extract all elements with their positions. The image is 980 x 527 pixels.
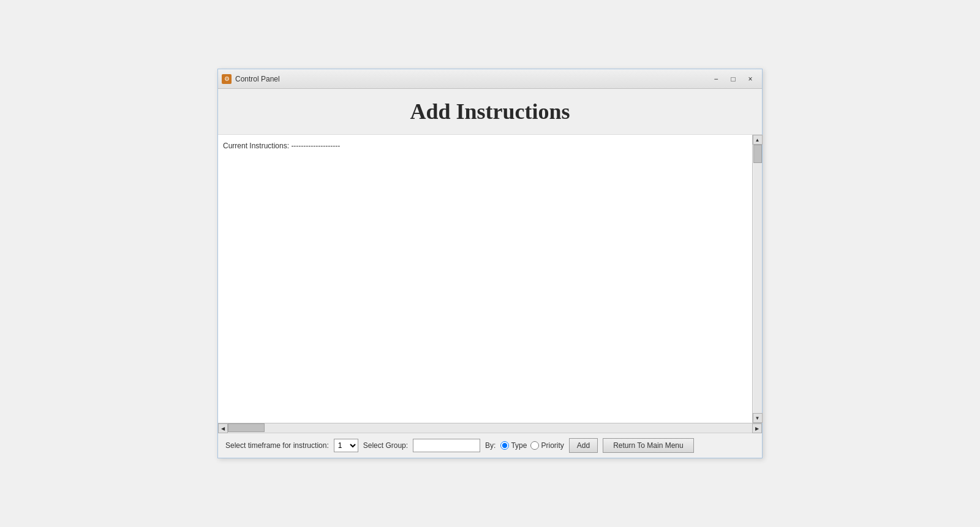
return-to-main-menu-button[interactable]: Return To Main Menu <box>603 438 694 453</box>
priority-radio-text: Priority <box>541 441 564 450</box>
titlebar: ⚙ Control Panel − □ × <box>218 69 762 89</box>
scroll-down-arrow[interactable]: ▼ <box>753 413 763 423</box>
instructions-pane[interactable]: Current Instructions: ------------------… <box>218 135 752 423</box>
minimize-button[interactable]: − <box>708 73 724 85</box>
sort-by-radio-group: Type Priority <box>500 441 564 450</box>
titlebar-left: ⚙ Control Panel <box>222 74 280 84</box>
main-content: Current Instructions: ------------------… <box>218 135 752 423</box>
add-button[interactable]: Add <box>569 438 598 453</box>
scroll-left-arrow[interactable]: ◀ <box>218 423 228 433</box>
close-button[interactable]: × <box>742 73 758 85</box>
type-radio-text: Type <box>511 441 527 450</box>
main-window: ⚙ Control Panel − □ × Add Instructions C… <box>217 69 763 458</box>
scroll-right-arrow[interactable]: ▶ <box>752 423 762 433</box>
vertical-scrollbar: ▲ ▼ <box>752 135 762 423</box>
group-input[interactable] <box>413 439 480 452</box>
titlebar-controls: − □ × <box>708 73 758 85</box>
scroll-thumb-horizontal[interactable] <box>228 423 265 432</box>
type-radio[interactable] <box>500 441 509 450</box>
scroll-track-horizontal[interactable] <box>228 423 752 433</box>
current-instructions-label: Current Instructions: ------------------… <box>223 142 340 150</box>
horizontal-scrollbar: ◀ ▶ <box>218 423 762 433</box>
priority-radio[interactable] <box>530 441 539 450</box>
page-title: Add Instructions <box>218 99 762 124</box>
priority-radio-label[interactable]: Priority <box>530 441 564 450</box>
scroll-thumb-vertical[interactable] <box>753 145 762 163</box>
type-radio-label[interactable]: Type <box>500 441 527 450</box>
header-area: Add Instructions <box>218 89 762 135</box>
maximize-button[interactable]: □ <box>725 73 741 85</box>
scroll-up-arrow[interactable]: ▲ <box>753 135 763 145</box>
app-icon: ⚙ <box>222 74 232 84</box>
timeframe-select[interactable]: 1 2 3 <box>334 439 358 452</box>
scroll-track-vertical[interactable] <box>753 145 762 413</box>
group-label: Select Group: <box>363 441 408 450</box>
footer-area: Select timeframe for instruction: 1 2 3 … <box>218 433 762 458</box>
titlebar-title: Control Panel <box>235 75 280 83</box>
content-area: Current Instructions: ------------------… <box>218 135 762 423</box>
by-label: By: <box>485 441 496 450</box>
timeframe-label: Select timeframe for instruction: <box>225 441 329 450</box>
